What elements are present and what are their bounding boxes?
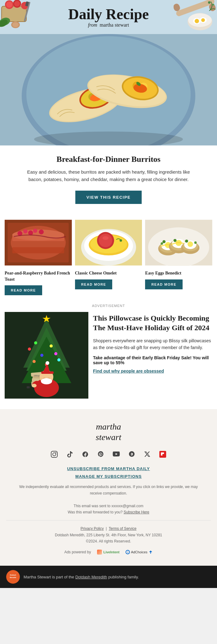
svg-rect-117 (161, 452, 162, 454)
subscribe-here-link[interactable]: Subscribe Here (124, 510, 149, 514)
svg-point-115 (55, 452, 56, 453)
col-title-3: Easy Eggs Benedict (145, 270, 212, 276)
col-item-2: Classic Cheese Omelet READ MORE (75, 219, 142, 295)
svg-point-90 (40, 354, 43, 357)
view-recipe-button[interactable]: VIEW THIS RECIPE (75, 191, 142, 204)
ad-content: This Pillowcase is Quickly Becoming The … (93, 312, 212, 400)
social-tiktok[interactable] (65, 450, 74, 459)
social-flipboard[interactable] (158, 450, 167, 459)
dotdash-text-block: Martha Stewart is part of the Dotdash Me… (24, 574, 139, 580)
ad-image-container: blissy (5, 312, 88, 400)
col-title-2: Classic Cheese Omelet (75, 270, 142, 276)
social-youtube[interactable] (112, 450, 121, 459)
footer-logo: martha stewart (6, 421, 211, 442)
footer-divider-1 (6, 520, 211, 521)
liveintent-label: LiveIntent (103, 550, 119, 554)
svg-point-5 (14, 1, 20, 6)
col-image-eggs-benedict (145, 219, 212, 266)
svg-marker-120 (149, 551, 152, 554)
dotdash-meredith-link[interactable]: Dotdash Meredith (75, 575, 107, 579)
header-content: Daily Recipe from martha stewart (68, 6, 149, 28)
subtitle-brand: martha stewart (100, 22, 129, 28)
col-item-1: Pear-and-Raspberry Baked French Toast RE… (5, 219, 72, 295)
social-icons (6, 450, 211, 459)
footer: martha stewart (0, 409, 217, 565)
svg-point-21 (201, 18, 205, 22)
svg-point-78 (162, 240, 166, 243)
manage-subscriptions-link[interactable]: MANAGE MY SUBSCRIPTIONS (6, 474, 211, 479)
footer-forwarded: Was this email forwarded to you? Subscri… (19, 509, 198, 515)
svg-point-91 (50, 344, 53, 348)
svg-point-12 (12, 22, 19, 27)
social-threads[interactable] (127, 450, 136, 459)
svg-rect-48 (12, 247, 64, 253)
col-button-2[interactable]: READ MORE (75, 279, 113, 289)
svg-text:Meredith: Meredith (10, 577, 16, 578)
recipe-info: Breakfast-for-Dinner Burritos Easy and d… (0, 145, 217, 216)
col-button-1[interactable]: READ MORE (5, 285, 42, 295)
svg-point-89 (34, 341, 37, 344)
svg-point-92 (54, 352, 57, 355)
social-x-twitter[interactable] (143, 450, 152, 459)
svg-point-77 (188, 241, 193, 247)
header-deco-left (0, 0, 43, 34)
svg-point-23 (212, 4, 214, 6)
ad-block: blissy This Pi (0, 309, 217, 409)
col-image-french-toast (5, 219, 72, 266)
svg-point-82 (194, 241, 197, 244)
ad-image-svg: blissy (5, 312, 88, 399)
ads-powered-section: Ads powered by LiveIntent i AdChoices (6, 550, 211, 555)
svg-point-80 (185, 240, 188, 243)
svg-rect-113 (51, 451, 57, 457)
email-container: Daily Recipe from martha stewart (0, 0, 217, 588)
hero-svg (0, 34, 217, 145)
svg-rect-119 (161, 454, 162, 456)
svg-point-62 (102, 236, 108, 240)
svg-rect-112 (27, 386, 30, 388)
ad-title: This Pillowcase is Quickly Becoming The … (93, 313, 212, 333)
svg-rect-116 (159, 451, 166, 458)
ad-link[interactable]: Find out why people are obsessed (93, 369, 164, 374)
liveintent-badge: LiveIntent (97, 550, 119, 555)
svg-point-22 (208, 1, 210, 4)
three-col-section: Pear-and-Raspberry Baked French Toast RE… (0, 216, 217, 301)
svg-point-81 (161, 242, 163, 245)
terms-link[interactable]: Terms of Service (109, 526, 136, 531)
adchoices-arrow-icon (148, 550, 153, 554)
social-pinterest[interactable] (96, 450, 105, 459)
footer-legal: We independently evaluate all recommende… (19, 484, 198, 515)
recipe-title: Breakfast-for-Dinner Burritos (25, 155, 192, 164)
col-item-3: Easy Eggs Benedict READ MORE (145, 219, 212, 295)
recipe-description: Easy and delicious, these burritos are p… (25, 168, 192, 183)
footer-logo-line2: stewart (6, 432, 211, 443)
col-title-1: Pear-and-Raspberry Baked French Toast (5, 270, 72, 282)
svg-point-61 (99, 234, 112, 247)
dotdash-text: Martha Stewart is part of the Dotdash Me… (24, 575, 139, 579)
svg-point-94 (57, 358, 60, 361)
dotdash-logo-inner: Dotdash Meredith (9, 573, 17, 581)
footer-address: Dotdash Meredith, 225 Liberty St. 4th Fl… (19, 532, 198, 538)
svg-rect-47 (12, 241, 64, 247)
svg-rect-104 (41, 371, 54, 374)
svg-point-54 (39, 230, 44, 235)
svg-point-19 (195, 19, 199, 23)
svg-point-63 (119, 239, 122, 242)
social-instagram[interactable] (50, 450, 59, 459)
social-facebook[interactable] (81, 450, 90, 459)
hero-image (0, 34, 217, 145)
ad-emphasis: Take advantage of their Early Black Frid… (93, 355, 212, 365)
col-button-3[interactable]: READ MORE (145, 279, 183, 289)
adchoices-icon: i (126, 550, 130, 554)
svg-point-51 (23, 229, 28, 234)
footer-legal-links: Privacy Policy | Terms of Service Dotdas… (19, 525, 198, 544)
header-deco-right (174, 0, 217, 34)
footer-logo-line1: martha (6, 421, 211, 432)
privacy-policy-link[interactable]: Privacy Policy (81, 526, 104, 531)
unsubscribe-link[interactable]: UNSUBSCRIBE from Martha Daily (6, 466, 211, 471)
svg-point-111 (32, 384, 37, 387)
svg-rect-118 (162, 452, 164, 454)
svg-point-106 (46, 361, 49, 365)
ad-label: ADVERTISEMENT (0, 301, 217, 309)
footer-disclaimer: We independently evaluate all recommende… (19, 484, 198, 496)
svg-text:blissy: blissy (34, 374, 40, 377)
